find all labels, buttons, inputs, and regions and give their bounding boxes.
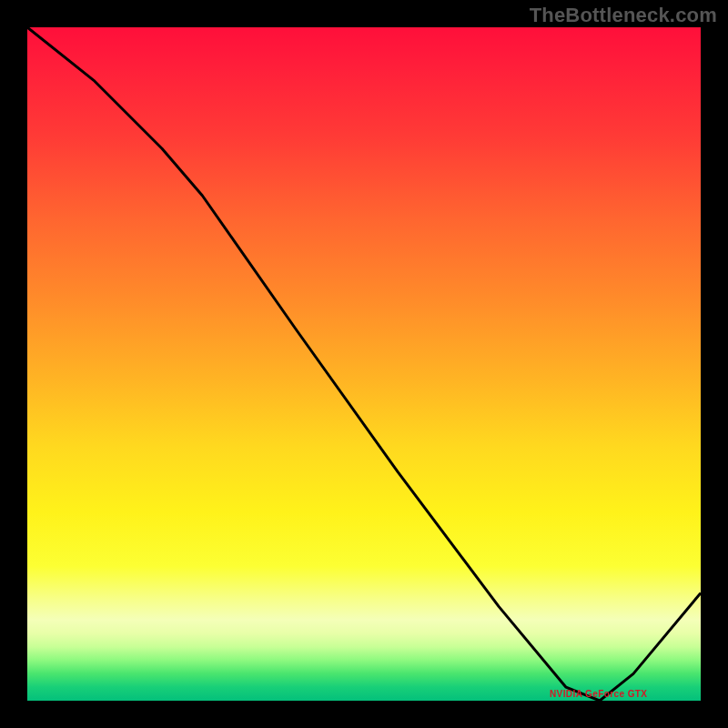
chart-page: TheBottleneck.com NVIDIA GeForce GTX <box>0 0 728 728</box>
bottleneck-line-path <box>27 27 701 701</box>
attribution-label: TheBottleneck.com <box>530 4 717 27</box>
bottleneck-line <box>27 27 701 701</box>
valley-gpu-label: NVIDIA GeForce GTX <box>550 689 647 699</box>
chart-plot-area: NVIDIA GeForce GTX <box>27 27 701 701</box>
